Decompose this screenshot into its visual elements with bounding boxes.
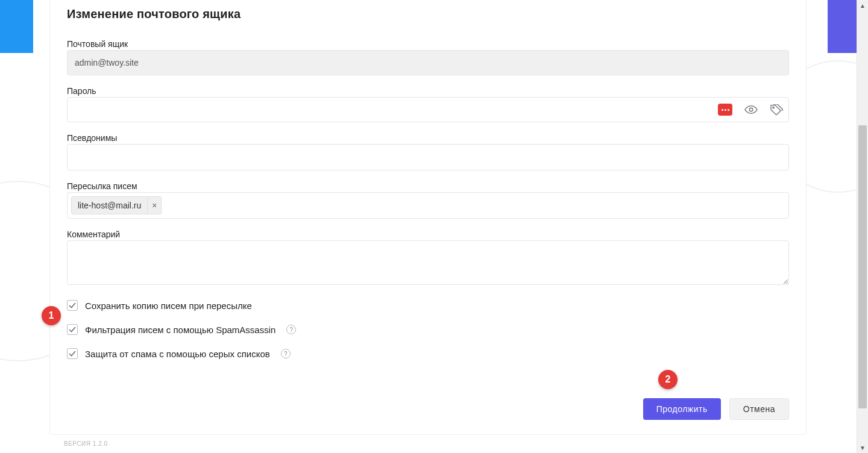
forwarding-label: Пересылка писем xyxy=(67,181,789,191)
aliases-label: Псевдонимы xyxy=(67,133,789,143)
mailbox-field-group: Почтовый ящик xyxy=(67,39,789,75)
right-accent-strip xyxy=(828,0,857,53)
scroll-up-icon[interactable]: ▲ xyxy=(857,0,868,11)
help-icon[interactable]: ? xyxy=(286,325,296,334)
help-icon[interactable]: ? xyxy=(281,349,291,358)
aliases-field-group: Псевдонимы xyxy=(67,133,789,170)
scroll-thumb[interactable] xyxy=(858,125,867,408)
mailbox-label: Почтовый ящик xyxy=(67,39,789,49)
forwarding-input[interactable]: lite-host@mail.ru × xyxy=(67,192,789,219)
checkbox-save-copy[interactable] xyxy=(67,300,78,311)
cancel-button[interactable]: Отмена xyxy=(729,398,789,420)
tag-icon[interactable] xyxy=(770,103,783,116)
password-label: Пароль xyxy=(67,86,789,96)
forwarding-chip: lite-host@mail.ru × xyxy=(71,196,162,214)
checkbox-spamassassin[interactable] xyxy=(67,324,78,335)
checkbox-save-copy-label: Сохранить копию писем при пересылке xyxy=(85,301,252,311)
comment-field-group: Комментарий xyxy=(67,230,789,287)
checkbox-spamassassin-label: Фильтрация писем с помощью SpamAssassin xyxy=(85,325,275,335)
comment-textarea[interactable] xyxy=(67,240,789,285)
annotation-badge-2: 2 xyxy=(658,370,678,389)
scrollbar[interactable]: ▲ ▼ xyxy=(857,0,868,453)
version-label: ВЕРСИЯ 1.2.0 xyxy=(64,440,108,447)
continue-button[interactable]: Продолжить xyxy=(643,398,721,420)
show-password-icon[interactable] xyxy=(744,103,758,116)
edit-mailbox-card: Изменение почтового ящика Почтовый ящик … xyxy=(49,0,807,435)
mailbox-input xyxy=(67,50,789,75)
scroll-down-icon[interactable]: ▼ xyxy=(857,442,868,453)
password-input[interactable] xyxy=(67,97,789,122)
checkbox-greylist-label: Защита от спама с помощью серых списков xyxy=(85,349,270,359)
generate-password-icon[interactable] xyxy=(718,104,732,116)
chip-remove-icon[interactable]: × xyxy=(148,197,161,214)
comment-label: Комментарий xyxy=(67,230,789,239)
checkbox-row-save-copy: Сохранить копию писем при пересылке xyxy=(67,300,789,311)
page-title: Изменение почтового ящика xyxy=(67,0,789,28)
aliases-input[interactable] xyxy=(67,144,789,170)
checkbox-greylist[interactable] xyxy=(67,348,78,359)
scroll-track[interactable] xyxy=(857,11,868,442)
checkbox-row-spamassassin: Фильтрация писем с помощью SpamAssassin … xyxy=(67,324,789,335)
forwarding-chip-label: lite-host@mail.ru xyxy=(72,197,148,214)
left-accent-strip xyxy=(0,0,33,53)
password-field-group: Пароль xyxy=(67,86,789,122)
svg-point-0 xyxy=(749,108,753,111)
forwarding-field-group: Пересылка писем lite-host@mail.ru × xyxy=(67,181,789,219)
annotation-badge-1: 1 xyxy=(42,306,61,325)
checkbox-row-greylist: Защита от спама с помощью серых списков … xyxy=(67,348,789,359)
svg-point-1 xyxy=(773,107,774,108)
